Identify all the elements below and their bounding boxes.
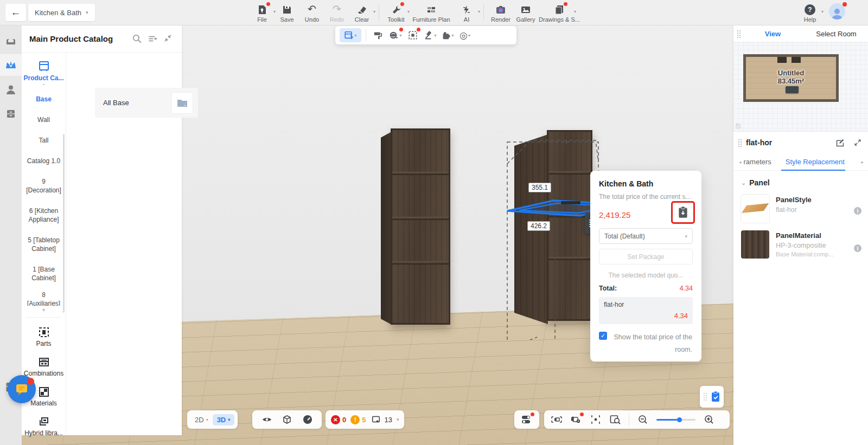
menu-clear[interactable]: ▾ Clear [349,2,374,23]
visibility-eye-button[interactable] [261,414,273,425]
zoom-slider-handle[interactable] [677,417,682,422]
cabinet-compartment[interactable] [392,130,449,172]
project-selector[interactable]: Kitchen & Bath▾ [28,4,95,21]
category-tabletop-cabinet[interactable]: 5 [Tabletop Cabinet] [22,230,66,259]
cabinet-left[interactable] [391,128,450,325]
view-2d-button[interactable]: 2D▾ [190,414,213,425]
filter-icon[interactable] [148,34,158,44]
resize-handle[interactable] [736,124,741,129]
cube-view-button[interactable] [281,414,293,425]
view-3d-button[interactable]: 3D▾ [213,414,235,425]
zoom-out-button[interactable] [637,414,649,425]
category-kitchen-appliance[interactable]: 6 [Kitchen Appliance] [22,201,66,230]
prop-item-panelstyle[interactable]: PanelStyle flat-hor i [733,189,868,225]
menu-undo[interactable]: ↶ Undo [299,2,324,23]
menu-file[interactable]: ▾ File [250,2,275,23]
tab-parts[interactable]: Parts [22,326,66,347]
menu-render[interactable]: Render [488,2,513,23]
sidebar-storage-item[interactable] [0,103,22,125]
floorplan-minimap[interactable]: Untitled 83.45m² [743,54,839,102]
tab-select-room[interactable]: Select Room [805,30,868,38]
category-tall[interactable]: Tall [22,130,66,151]
show-total-checkbox-row[interactable]: ✓ Show the total price of the room. [599,331,693,356]
panelstyle-thumbnail[interactable] [741,195,769,223]
collapse-icon[interactable] [163,34,174,44]
quotation-clipboard-button[interactable] [700,386,724,408]
sofa-icon [5,36,17,47]
scroll-down-icon[interactable]: ▾ [22,307,66,313]
category-base-cabinet[interactable]: 1 [Base Cabinet] [22,259,66,288]
category-catalog10[interactable]: Catalog 1.0 [22,151,66,171]
drag-handle-icon[interactable] [703,392,707,401]
plugin-tool[interactable]: ▾ [440,28,455,42]
scroll-up-icon[interactable]: ⌃ [22,83,66,89]
menu-toolkit[interactable]: ▾ Toolkit [384,2,409,23]
menu-help[interactable]: ? ▾ Help [797,2,822,23]
set-package-button[interactable]: Set Package [599,249,693,265]
drag-handle-icon[interactable] [738,139,742,147]
tab-hybrid-library[interactable]: Hybrid libra... [22,416,66,437]
menu-drawings[interactable]: ▾ Drawings & S... [538,2,580,23]
checkbox-checked[interactable]: ✓ [599,332,607,340]
drag-handle-icon[interactable] [737,30,741,38]
category-auxiliaries[interactable]: 8 [Auxiliaries] [22,288,66,306]
caret-down-icon[interactable]: ▾ [397,417,399,422]
package-select[interactable]: Total (Default) ▾ [599,228,693,244]
prop-item-panelmaterial[interactable]: PanelMaterial HP-3-compositie Base Mater… [733,225,868,261]
caret-down-icon[interactable]: ▾ [354,33,356,38]
expand-icon[interactable] [854,139,861,146]
sidebar-premium-item[interactable] [0,54,22,76]
menu-furniture-plan[interactable]: Furniture Plan [409,2,454,23]
tab-scroll-left-icon[interactable]: ◂ [739,159,742,165]
toggles-settings-button[interactable] [521,414,533,425]
caret-down-icon[interactable]: ▾ [434,33,436,38]
catalog-item-all-base[interactable]: All Base [95,88,198,118]
rail-scrollbar[interactable] [63,134,65,313]
camera-view-button[interactable] [551,414,563,425]
menu-ai[interactable]: ▾ AI [454,2,479,23]
focus-center-button[interactable] [590,414,602,425]
camera-marker[interactable] [786,86,799,93]
tab-view[interactable]: View [741,30,805,38]
select-cabinet-tool[interactable]: ▾ [340,28,361,42]
caret-down-icon[interactable]: ▾ [468,33,470,38]
edit-icon[interactable] [835,138,845,147]
category-wall[interactable]: Wall [22,109,66,130]
sidebar-account-item[interactable] [0,79,22,100]
panel-section-header[interactable]: ⌄ Panel [733,171,868,189]
camera-settings-button[interactable] [570,414,582,425]
support-chat-button[interactable] [8,375,36,403]
info-icon[interactable]: i [854,244,861,252]
zoom-in-button[interactable] [703,414,715,425]
performance-gauge-button[interactable] [302,414,314,425]
sidebar-furniture-item[interactable] [0,31,22,53]
cabinet-compartment[interactable] [392,220,449,262]
caret-down-icon[interactable]: ▾ [451,33,454,38]
issues-group[interactable]: ✕ 0 ! 5 13 ▾ [326,410,404,429]
cabinet-compartment[interactable] [392,175,449,217]
zoom-region-button[interactable] [609,414,621,425]
cabinet-left-side[interactable] [381,132,392,325]
caret-down-icon[interactable]: ▾ [399,33,401,38]
target-tool[interactable]: ◎ ▾ [457,28,473,42]
paint-roller-tool[interactable] [371,28,386,42]
panelmaterial-thumbnail[interactable] [741,230,769,259]
cabinet-compartment[interactable] [392,265,449,323]
menu-save[interactable]: Save [275,2,299,23]
category-decoration[interactable]: 9 [Decoration] [22,171,66,201]
auction-tool[interactable]: ▾ [423,28,438,42]
info-icon[interactable]: i [854,207,861,215]
menu-gallery[interactable]: Gallery [513,2,538,23]
back-button[interactable]: ← [5,4,26,21]
marquee-select-tool[interactable] [405,28,420,42]
material-globe-tool[interactable]: ▾ [388,28,403,42]
category-base[interactable]: Base [22,89,66,109]
tab-product-catalog[interactable]: Product Ca... ⌃ [22,53,66,89]
tab-style-replacement[interactable]: Style Replacement [786,158,845,166]
search-icon[interactable] [132,34,143,44]
tab-parameters[interactable]: rameters [744,158,771,166]
caret-down-icon: ▾ [206,417,208,422]
tab-combinations[interactable]: Combinations [22,356,66,377]
zoom-slider[interactable] [656,417,695,422]
tab-scroll-right-icon[interactable]: ▸ [861,159,864,165]
